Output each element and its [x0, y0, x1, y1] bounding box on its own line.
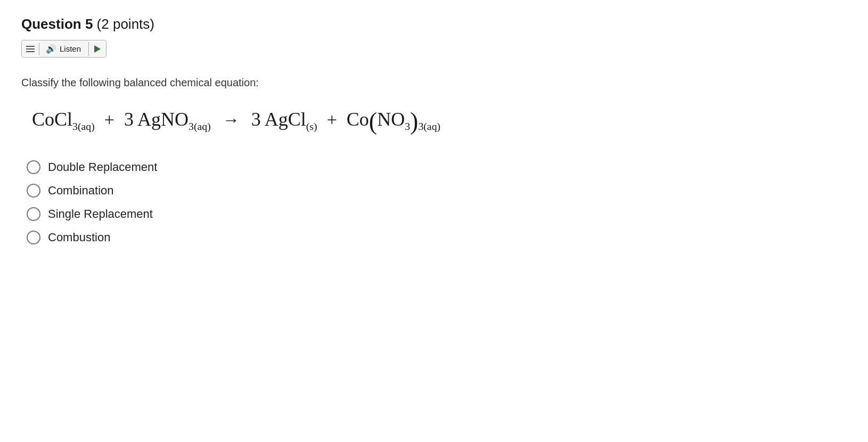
speaker-icon: 🔊 [46, 44, 56, 54]
plus-operator-1: + [104, 110, 114, 130]
option-double-replacement[interactable]: Double Replacement [27, 160, 847, 174]
radio-double-replacement[interactable] [27, 160, 40, 174]
arrow-operator: → [223, 110, 240, 130]
equation-container: CoCl3(aq) + 3 AgNO3(aq) → 3 AgCl(s) + Co… [21, 108, 847, 134]
option-combination[interactable]: Combination [27, 184, 847, 198]
radio-combustion[interactable] [27, 231, 40, 244]
listen-label: Listen [60, 44, 81, 53]
question-number: Question 5 [21, 16, 93, 32]
label-double-replacement: Double Replacement [48, 160, 157, 174]
options-container: Double Replacement Combination Single Re… [21, 160, 847, 244]
product-2: Co(NO3)3(aq) [347, 108, 440, 134]
listen-bar[interactable]: 🔊 Listen [21, 40, 107, 58]
question-text: Classify the following balanced chemical… [21, 77, 847, 89]
option-single-replacement[interactable]: Single Replacement [27, 207, 847, 221]
reagent-2: 3 AgNO3(aq) [124, 108, 211, 133]
equation-display: CoCl3(aq) [32, 108, 95, 133]
plus-operator-2: + [327, 110, 337, 130]
label-single-replacement: Single Replacement [48, 207, 153, 221]
question-header: Question 5 (2 points) [21, 16, 847, 32]
label-combustion: Combustion [48, 231, 110, 244]
play-triangle-icon [94, 45, 101, 53]
menu-button[interactable] [22, 43, 39, 55]
product-1: 3 AgCl(s) [251, 108, 317, 133]
radio-single-replacement[interactable] [27, 207, 40, 221]
menu-icon [26, 46, 35, 52]
label-combination: Combination [48, 184, 114, 198]
question-points: (2 points) [97, 16, 154, 32]
option-combustion[interactable]: Combustion [27, 231, 847, 244]
radio-combination[interactable] [27, 184, 40, 198]
listen-button[interactable]: 🔊 Listen [39, 40, 88, 57]
play-button[interactable] [88, 42, 106, 56]
